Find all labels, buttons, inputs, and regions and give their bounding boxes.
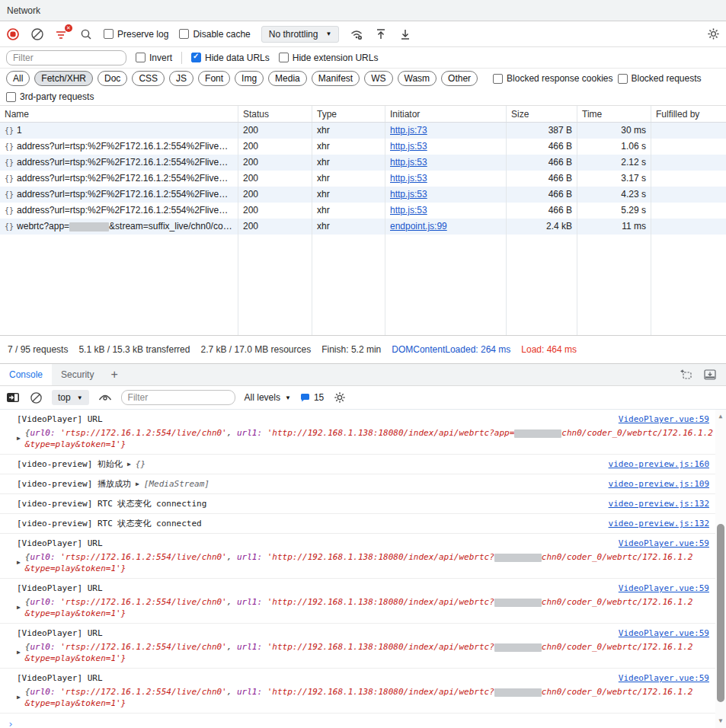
third-party-checkbox-box[interactable]	[6, 92, 16, 102]
column-header-status[interactable]: Status	[238, 106, 312, 122]
clear-network-icon[interactable]	[30, 27, 44, 41]
initiator-link[interactable]: http.js:53	[390, 205, 427, 216]
column-header-time[interactable]: Time	[577, 106, 651, 122]
initiator-link[interactable]: http.js:53	[390, 157, 427, 168]
throttling-select[interactable]: No throttling ▼	[261, 26, 340, 43]
import-har-icon[interactable]	[374, 27, 388, 41]
object-preview[interactable]: {}	[136, 458, 146, 470]
issues-counter[interactable]: 15	[300, 392, 324, 403]
record-icon[interactable]	[6, 27, 20, 41]
source-link[interactable]: video-preview.js:132	[609, 518, 709, 529]
dock-drawer-icon[interactable]	[703, 368, 717, 382]
request-name[interactable]: address?url=rtsp:%2F%2F172.16.1.2:554%2F…	[17, 203, 233, 219]
console-sidebar-icon[interactable]	[6, 391, 20, 404]
hide-extension-urls-checkbox-box[interactable]	[279, 53, 289, 62]
source-link[interactable]: VideoPlayer.vue:59	[619, 672, 709, 684]
export-har-icon[interactable]	[398, 27, 412, 41]
blocked-cookies-checkbox[interactable]: Blocked response cookies	[493, 73, 612, 84]
chip-css[interactable]: CSS	[132, 71, 165, 86]
column-header-size[interactable]: Size	[507, 106, 577, 122]
request-name[interactable]: address?url=rtsp:%2F%2F172.16.1.2:554%2F…	[17, 155, 233, 171]
chip-img[interactable]: Img	[235, 71, 264, 86]
scroll-up-icon[interactable]: ▲	[715, 411, 726, 422]
disable-cache-checkbox[interactable]: Disable cache	[179, 29, 250, 40]
expand-triangle-icon[interactable]: ▶	[17, 604, 21, 619]
hide-extension-urls-checkbox[interactable]: Hide extension URLs	[279, 53, 379, 63]
invert-checkbox-box[interactable]	[136, 53, 146, 62]
search-icon[interactable]	[79, 27, 93, 41]
filter-funnel-icon[interactable]: ✕	[55, 27, 69, 41]
chip-fetch-xhr[interactable]: Fetch/XHR	[34, 71, 93, 86]
table-row[interactable]: {}address?url=rtsp:%2F%2F172.16.1.2:554%…	[0, 187, 726, 203]
table-row[interactable]: {}1 200 xhr http.js:73 387 B 30 ms	[0, 123, 726, 139]
console-settings-gear-icon[interactable]	[333, 391, 347, 404]
expand-triangle-icon[interactable]: ▶	[17, 435, 21, 450]
source-link[interactable]: video-preview.js:132	[609, 498, 709, 509]
expand-triangle-icon[interactable]: ▶	[17, 694, 21, 709]
undock-drawer-icon[interactable]	[679, 368, 692, 382]
source-link[interactable]: video-preview.js:160	[609, 458, 709, 470]
initiator-link[interactable]: http.js:73	[390, 125, 427, 136]
request-name[interactable]: webrtc?app=&stream=suffix_live/chn0/code…	[17, 219, 233, 235]
column-header-initiator[interactable]: Initiator	[385, 106, 507, 122]
request-name[interactable]: address?url=rtsp:%2F%2F172.16.1.2:554%2F…	[17, 139, 233, 155]
network-filter-input[interactable]	[6, 50, 126, 65]
object-preview[interactable]: {url0: 'rtsp://172.16.1.2:554/live/chn0'…	[25, 551, 693, 574]
chip-ws[interactable]: WS	[364, 71, 392, 86]
console-filter-input[interactable]	[121, 390, 235, 405]
chip-font[interactable]: Font	[198, 71, 230, 86]
blocked-requests-checkbox[interactable]: Blocked requests	[618, 73, 702, 84]
preserve-log-checkbox[interactable]: Preserve log	[104, 29, 168, 40]
request-name[interactable]: address?url=rtsp:%2F%2F172.16.1.2:554%2F…	[17, 187, 233, 203]
add-tab-icon[interactable]: +	[103, 368, 125, 382]
column-header-type[interactable]: Type	[312, 106, 385, 122]
column-header-fulfilled-by[interactable]: Fulfilled by	[651, 106, 726, 122]
chip-all[interactable]: All	[6, 71, 30, 86]
console-scrollbar[interactable]: ▲ ▼	[715, 410, 726, 728]
object-preview[interactable]: {url0: 'rtsp://172.16.1.2:554/live/chn0'…	[25, 686, 693, 709]
initiator-link[interactable]: http.js:53	[390, 141, 427, 152]
source-link[interactable]: VideoPlayer.vue:59	[619, 413, 709, 425]
table-row[interactable]: {}address?url=rtsp:%2F%2F172.16.1.2:554%…	[0, 155, 726, 171]
hide-data-urls-checkbox-box[interactable]	[191, 53, 201, 62]
chip-manifest[interactable]: Manifest	[312, 71, 360, 86]
chip-js[interactable]: JS	[169, 71, 193, 86]
table-row[interactable]: {}webrtc?app=&stream=suffix_live/chn0/co…	[0, 219, 726, 235]
clear-console-icon[interactable]	[29, 391, 43, 404]
blocked-requests-checkbox-box[interactable]	[618, 74, 628, 84]
expand-triangle-icon[interactable]: ▶	[127, 458, 131, 470]
request-name[interactable]: 1	[17, 123, 22, 139]
expand-triangle-icon[interactable]: ▶	[17, 559, 21, 574]
disable-cache-checkbox-box[interactable]	[179, 29, 189, 39]
object-preview[interactable]: {url0: 'rtsp://172.16.1.2:554/live/chn0'…	[25, 427, 713, 450]
source-link[interactable]: VideoPlayer.vue:59	[619, 538, 709, 549]
network-settings-gear-icon[interactable]	[706, 27, 720, 41]
tab-console[interactable]: Console	[0, 364, 52, 385]
third-party-checkbox[interactable]: 3rd-party requests	[6, 91, 94, 102]
source-link[interactable]: VideoPlayer.vue:59	[619, 583, 709, 594]
chip-media[interactable]: Media	[268, 71, 307, 86]
expand-triangle-icon[interactable]: ▶	[136, 478, 139, 490]
network-conditions-icon[interactable]	[350, 27, 363, 41]
log-levels-select[interactable]: All levels ▼	[245, 392, 291, 403]
object-preview[interactable]: [MediaStream]	[144, 478, 209, 490]
initiator-link[interactable]: http.js:53	[390, 189, 427, 200]
chip-doc[interactable]: Doc	[98, 71, 127, 86]
column-header-name[interactable]: Name	[0, 106, 238, 122]
scroll-down-icon[interactable]: ▼	[715, 716, 726, 726]
scrollbar-thumb[interactable]	[717, 524, 724, 702]
tab-security[interactable]: Security	[52, 364, 103, 385]
initiator-link[interactable]: http.js:53	[390, 173, 427, 184]
table-row[interactable]: {}address?url=rtsp:%2F%2F172.16.1.2:554%…	[0, 139, 726, 155]
console-prompt[interactable]: ›	[0, 714, 715, 728]
chip-other[interactable]: Other	[441, 71, 478, 86]
source-link[interactable]: video-preview.js:109	[609, 478, 709, 490]
object-preview[interactable]: {url0: 'rtsp://172.16.1.2:554/live/chn0'…	[25, 596, 693, 619]
source-link[interactable]: VideoPlayer.vue:59	[619, 627, 709, 639]
hide-data-urls-checkbox[interactable]: Hide data URLs	[191, 53, 270, 63]
preserve-log-checkbox-box[interactable]	[104, 29, 114, 39]
table-row[interactable]: {}address?url=rtsp:%2F%2F172.16.1.2:554%…	[0, 171, 726, 187]
invert-checkbox[interactable]: Invert	[136, 53, 172, 63]
object-preview[interactable]: {url0: 'rtsp://172.16.1.2:554/live/chn0'…	[25, 641, 693, 664]
table-row[interactable]: {}address?url=rtsp:%2F%2F172.16.1.2:554%…	[0, 203, 726, 219]
